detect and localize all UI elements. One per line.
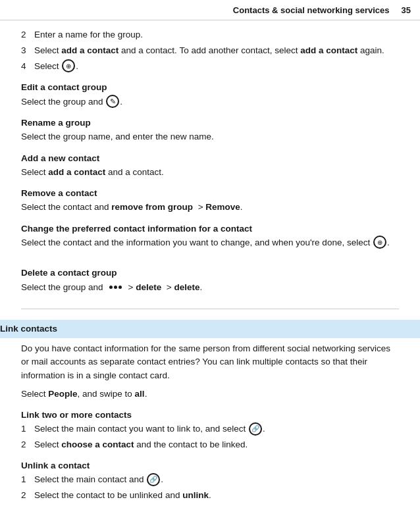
section-heading-remove: Remove a contact — [21, 187, 399, 200]
list-item: 1 Select the main contact you want to li… — [21, 422, 399, 436]
save-icon-2: ⊕ — [373, 236, 386, 249]
dot — [118, 286, 122, 289]
step-text: Select add a contact and a contact. To a… — [34, 44, 399, 57]
step-num: 2 — [21, 438, 34, 451]
step-text: Select the main contact and 🔗. — [34, 473, 399, 486]
step-text: Select the main contact you want to link… — [34, 422, 399, 436]
section-body-rename: Select the group name, and enter the new… — [21, 130, 399, 143]
pencil-icon: ✎ — [106, 95, 119, 108]
section-heading-add: Add a new contact — [21, 152, 399, 165]
section-heading-unlink: Unlink a contact — [21, 459, 399, 472]
dot — [109, 286, 113, 289]
section-body-delete: Select the group and > delete > delete. — [21, 281, 399, 294]
step-num: 3 — [21, 44, 34, 57]
unlink-list: 1 Select the main contact and 🔗. 2 Selec… — [21, 473, 399, 502]
step-num: 1 — [21, 422, 34, 436]
header-page: 35 — [402, 4, 411, 17]
section-body-remove: Select the contact and remove from group… — [21, 201, 399, 214]
list-item: 3 Select add a contact and a contact. To… — [21, 44, 399, 57]
link-contacts-heading: Link contacts — [0, 324, 57, 334]
save-icon: ⊕ — [62, 59, 75, 72]
bold-remove-from-group: remove from group — [111, 202, 193, 212]
section-body-edit: Select the group and ✎. — [21, 95, 399, 109]
header-bar: Contacts & social networking services 35 — [0, 0, 420, 20]
bold-add-contact: add a contact — [48, 167, 105, 177]
content-area: 2 Enter a name for the group. 3 Select a… — [0, 20, 420, 320]
step-num: 4 — [21, 60, 34, 73]
step-text: Select choose a contact and the contact … — [34, 438, 399, 451]
section-heading-delete: Delete a contact group — [21, 266, 399, 280]
link-contacts-intro: Do you have contact information for the … — [21, 342, 399, 382]
bold-all: all — [135, 389, 145, 399]
link-icon-2: 🔗 — [147, 473, 160, 486]
bold-delete2: delete — [174, 282, 199, 292]
section-body-add: Select add a contact and a contact. — [21, 166, 399, 179]
section-heading-edit: Edit a contact group — [21, 81, 399, 94]
step-num: 2 — [21, 28, 34, 41]
step-num: 2 — [21, 489, 34, 502]
section-heading-rename: Rename a group — [21, 116, 399, 130]
numbered-list: 2 Enter a name for the group. 3 Select a… — [21, 28, 399, 74]
link-two-list: 1 Select the main contact you want to li… — [21, 422, 399, 451]
page-container: Contacts & social networking services 35… — [0, 0, 420, 529]
bold-link: add a contact — [61, 45, 118, 55]
section-heading-change: Change the preferred contact information… — [21, 222, 399, 236]
section-heading-link-two: Link two or more contacts — [21, 409, 399, 422]
bold-choose-contact: choose a contact — [61, 440, 134, 449]
three-dots-icon — [109, 286, 122, 289]
bold-people: People — [48, 389, 77, 399]
link-contacts-select-people: Select People, and swipe to all. — [21, 388, 399, 401]
dot — [114, 286, 117, 289]
section-body-change: Select the contact and the information y… — [21, 236, 399, 249]
bold-delete1: delete — [136, 282, 161, 292]
bold-unlink: unlink — [182, 490, 209, 500]
link-contacts-content: Do you have contact information for the … — [0, 338, 420, 515]
list-item: 1 Select the main contact and 🔗. — [21, 473, 399, 486]
step-text: Select ⊕. — [34, 60, 399, 73]
section-divider — [21, 309, 399, 309]
step-text: Enter a name for the group. — [34, 28, 399, 41]
list-item: 2 Enter a name for the group. — [21, 28, 399, 41]
list-item: 2 Select the contact to be unlinked and … — [21, 489, 399, 502]
link-contacts-highlight: Link contacts — [0, 320, 420, 338]
bold-remove: Remove — [205, 202, 240, 212]
step-num: 1 — [21, 473, 34, 486]
list-item: 4 Select ⊕. — [21, 60, 399, 73]
step-text: Select the contact to be unlinked and un… — [34, 489, 399, 502]
list-item: 2 Select choose a contact and the contac… — [21, 438, 399, 451]
link-icon: 🔗 — [249, 422, 262, 436]
header-title: Contacts & social networking services — [9, 4, 390, 17]
bold-link: add a contact — [300, 45, 357, 55]
